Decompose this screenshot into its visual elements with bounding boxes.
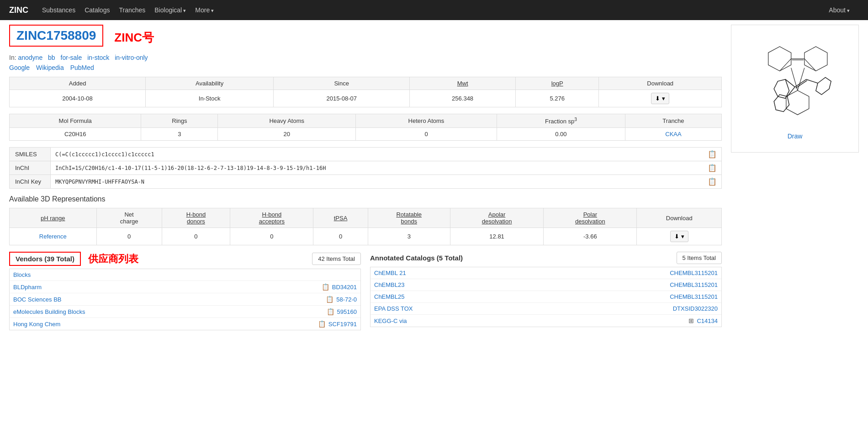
cell-fraction-sp3: 0.00 [497, 128, 625, 141]
nav-biological[interactable]: Biological [154, 5, 186, 16]
vendor-id-bldpharm[interactable]: BD34201 [332, 284, 357, 291]
smiles-copy-icon[interactable]: 📋 [703, 148, 721, 160]
properties-table-2: Mol Formula Rings Heavy Atoms Hetero Ato… [9, 114, 722, 141]
catalog-id-kegg[interactable]: C14134 [697, 318, 718, 324]
vendor-title: Vendors (39 Total) [16, 255, 74, 263]
inchi-label: InChI [10, 161, 51, 175]
col-availability: Availability [146, 77, 274, 90]
link-anodyne[interactable]: anodyne [18, 54, 42, 61]
catalog-id-chembl21[interactable]: CHEMBL3115201 [670, 270, 718, 276]
vendor-id-hkchem[interactable]: SCF19791 [328, 321, 357, 328]
inchikey-value: MKYQPGPNVYRMHI-UHFFFAOYSA-N [51, 175, 703, 188]
link-in-stock[interactable]: in-stock [87, 54, 109, 61]
bottom-section: Vendors (39 Total) 供应商列表 42 Items Total … [9, 252, 722, 330]
cell-since: 2015-08-07 [274, 90, 410, 107]
catalog-panel-header: Annotated Catalogs (5 Total) 5 Items Tot… [370, 252, 722, 264]
properties-table-1: Added Availability Since Mwt logP Downlo… [9, 77, 722, 107]
in-label: In: [9, 54, 16, 61]
nav-tranches[interactable]: Tranches [119, 5, 145, 16]
brand-logo[interactable]: ZINC [9, 5, 28, 15]
inchi-copy-icon[interactable]: 📋 [703, 162, 721, 174]
vendor-panel-header: Vendors (39 Total) 供应商列表 42 Items Total [9, 252, 361, 266]
link-wikipedia[interactable]: Wikipedia [36, 64, 64, 71]
download-button-2[interactable]: ⬇ ▾ [670, 231, 688, 242]
catalog-item-epa: EPA DSS TOX DTXSID3022320 [370, 303, 721, 315]
cell-rotatable-bonds: 3 [368, 228, 450, 245]
col-heavy-atoms: Heavy Atoms [218, 114, 356, 128]
col-hbond-acceptors: H-bondacceptors [230, 208, 313, 228]
catalog-id-chembl25[interactable]: CHEMBL3115201 [670, 293, 718, 300]
catalog-name-epa[interactable]: EPA DSS TOX [374, 305, 673, 312]
cell-hbond-donors: 0 [162, 228, 230, 245]
representations-table: pH range Netcharge H-bonddonors H-bondac… [9, 208, 722, 245]
catalog-panel: Annotated Catalogs (5 Total) 5 Items Tot… [370, 252, 722, 330]
cell-availability: In-Stock [146, 90, 274, 107]
vendor-name-blocks[interactable]: Blocks [13, 271, 357, 278]
vendor-name-emolecules[interactable]: eMolecules Building Blocks [13, 308, 324, 315]
vendor-name-boc[interactable]: BOC Sciences BB [13, 296, 323, 303]
cell-mwt: 256.348 [410, 90, 516, 107]
cell-tranche: CKAA [625, 128, 721, 141]
cell-net-charge: 0 [96, 228, 162, 245]
link-for-sale[interactable]: for-sale [61, 54, 82, 61]
draw-link[interactable]: Draw [788, 132, 803, 140]
chem-identifiers: SMILES C(=C(c1ccccc1)c1cccc1)c1ccccc1 📋 … [9, 147, 722, 189]
vendor-icon-boc: 📋 [326, 296, 333, 303]
catalog-item-chembl21: ChEMBL 21 CHEMBL3115201 [370, 267, 721, 279]
col-logp: logP [515, 77, 598, 90]
col-download-2: Download [637, 208, 722, 228]
svg-marker-19 [816, 78, 831, 95]
catalog-name-chembl23[interactable]: ChEMBL23 [374, 281, 670, 288]
catalog-name-chembl21[interactable]: ChEMBL 21 [374, 270, 670, 276]
link-pubmed[interactable]: PubMed [70, 64, 94, 71]
cell-download-2[interactable]: ⬇ ▾ [637, 228, 722, 245]
nav-about[interactable]: About [829, 5, 850, 16]
table-row: C20H16 3 20 0 0.00 CKAA [10, 128, 722, 141]
cell-added: 2004-10-08 [10, 90, 146, 107]
svg-line-11 [798, 68, 804, 90]
left-panel: ZINC1758809 ZINC号 In: anodyne bb for-sal… [9, 25, 722, 330]
in-links-row: In: anodyne bb for-sale in-stock in-vitr… [9, 54, 722, 61]
catalog-item-chembl23: ChEMBL23 CHEMBL3115201 [370, 279, 721, 291]
reference-link[interactable]: Reference [39, 233, 67, 240]
smiles-label: SMILES [10, 148, 51, 161]
inchikey-copy-icon[interactable]: 📋 [703, 175, 721, 188]
vendor-id-emolecules[interactable]: 595160 [337, 308, 357, 315]
nav-substances[interactable]: Substances [42, 5, 75, 16]
col-net-charge: Netcharge [96, 208, 162, 228]
link-in-vitro-only[interactable]: in-vitro-only [115, 54, 148, 61]
svg-line-10 [791, 68, 798, 90]
svg-line-18 [806, 79, 818, 83]
representations-title: Available 3D Representations [9, 195, 722, 203]
inchikey-label: InChI Key [10, 175, 51, 188]
nav-catalogs[interactable]: Catalogs [85, 5, 110, 16]
link-bb[interactable]: bb [48, 54, 55, 61]
catalog-item-kegg: KEGG-C via ⊞ C14134 [370, 315, 721, 327]
download-button-1[interactable]: ⬇ ▾ [651, 93, 669, 104]
nav-more[interactable]: More [195, 5, 214, 16]
col-added: Added [10, 77, 146, 90]
inchikey-row: InChI Key MKYQPGPNVYRMHI-UHFFFAOYSA-N 📋 [10, 175, 721, 188]
catalog-icon-kegg: ⊞ [688, 317, 694, 324]
compound-id[interactable]: ZINC1758809 [16, 28, 96, 42]
catalog-name-kegg[interactable]: KEGG-C via [374, 318, 686, 324]
vendor-label: 供应商列表 [88, 252, 138, 266]
cell-download-1[interactable]: ⬇ ▾ [599, 90, 722, 107]
col-hetero-atoms: Hetero Atoms [356, 114, 497, 128]
vendor-item-blocks: Blocks [10, 269, 360, 281]
svg-marker-0 [768, 47, 791, 71]
col-tpsa: tPSA [313, 208, 368, 228]
vendor-list: Blocks BLDpharm 📋 BD34201 BOC Sciences B… [9, 269, 361, 330]
cell-mol-formula: C20H16 [10, 128, 141, 141]
vendor-name-bldpharm[interactable]: BLDpharm [13, 284, 319, 291]
catalog-id-chembl23[interactable]: CHEMBL3115201 [670, 281, 718, 288]
catalog-id-epa[interactable]: DTXSID3022320 [673, 305, 718, 312]
tranche-link[interactable]: CKAA [665, 131, 681, 138]
catalog-name-chembl25[interactable]: ChEMBL25 [374, 293, 670, 300]
vendor-id-boc[interactable]: 58-72-0 [336, 296, 357, 303]
smiles-value: C(=C(c1ccccc1)c1cccc1)c1ccccc1 [51, 148, 703, 161]
vendor-name-hkchem[interactable]: Hong Kong Chem [13, 321, 315, 328]
col-ph-range: pH range [10, 208, 97, 228]
link-google[interactable]: Google [9, 64, 30, 71]
vendor-panel: Vendors (39 Total) 供应商列表 42 Items Total … [9, 252, 361, 330]
